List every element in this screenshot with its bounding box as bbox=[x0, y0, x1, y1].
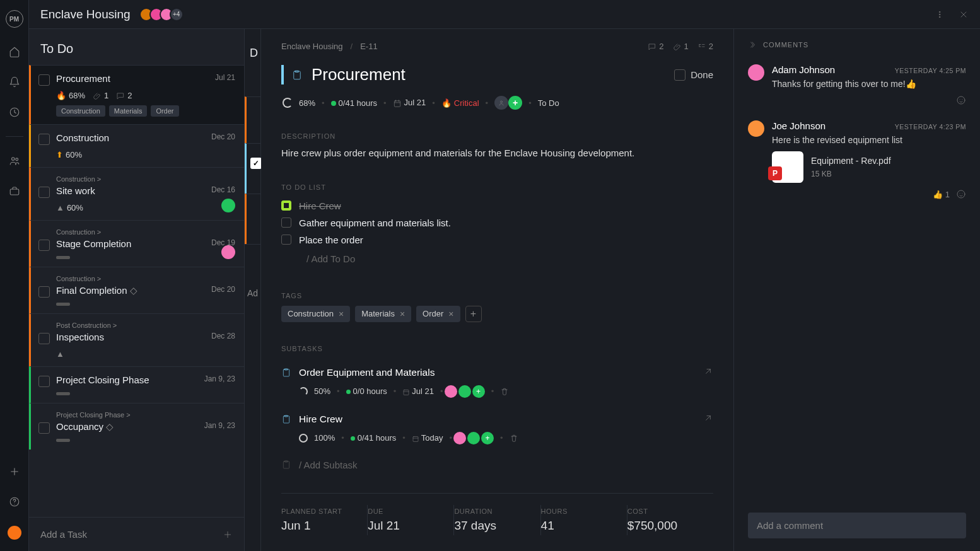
assignee-placeholder-icon[interactable] bbox=[494, 96, 508, 110]
due-date[interactable]: Jul 21 bbox=[393, 98, 426, 108]
assignee-avatar[interactable] bbox=[221, 199, 235, 212]
count-comments[interactable]: 2 bbox=[648, 42, 663, 51]
add-subtask-input[interactable]: / Add Subtask bbox=[281, 460, 713, 470]
add-reaction-icon[interactable] bbox=[956, 189, 966, 199]
help-icon[interactable] bbox=[8, 496, 21, 508]
task-tag: Materials bbox=[109, 105, 148, 117]
count-subtasks[interactable]: 2 bbox=[697, 42, 713, 51]
tag-chip[interactable]: Construction× bbox=[281, 306, 350, 322]
done-checkbox-icon[interactable] bbox=[674, 69, 685, 81]
attachment-thumb-icon: P bbox=[772, 151, 803, 183]
attachment[interactable]: PEquipment - Rev.pdf15 KB bbox=[772, 151, 966, 183]
add-assignee-button[interactable]: + bbox=[481, 432, 494, 444]
description-text[interactable]: Hire crew plus order equipment and mater… bbox=[281, 146, 713, 161]
trash-icon[interactable] bbox=[500, 387, 509, 396]
task-card[interactable]: Construction >Final Completion ◇Dec 20 bbox=[29, 267, 244, 313]
task-card[interactable]: Project Closing Phase >Occupancy ◇Jan 9,… bbox=[29, 403, 244, 450]
user-avatar[interactable] bbox=[8, 526, 21, 540]
subtask-item[interactable]: Order Equipment and Materials 50%•0/0 ho… bbox=[281, 359, 713, 405]
open-subtask-icon[interactable] bbox=[703, 413, 713, 426]
avatar-more-count[interactable]: +4 bbox=[170, 8, 184, 21]
description-label: DESCRIPTION bbox=[281, 132, 713, 140]
app-logo[interactable]: PM bbox=[6, 10, 23, 28]
hours-total: /41 hours bbox=[343, 98, 377, 108]
close-icon[interactable] bbox=[959, 9, 969, 20]
status-label[interactable]: To Do bbox=[538, 98, 559, 108]
add-todo-input[interactable]: / Add To Do bbox=[281, 248, 713, 269]
add-icon[interactable] bbox=[8, 465, 21, 478]
task-icon bbox=[291, 69, 303, 81]
breadcrumb-project[interactable]: Enclave Housing bbox=[281, 42, 343, 51]
plus-icon bbox=[223, 530, 233, 540]
add-task-button[interactable]: Add a Task bbox=[29, 517, 244, 551]
arrow-up-icon: ⬆ bbox=[56, 150, 63, 160]
task-checkbox[interactable] bbox=[38, 422, 50, 434]
avatar-stack[interactable]: +4 bbox=[139, 8, 184, 21]
breadcrumb-id[interactable]: E-11 bbox=[360, 42, 377, 51]
planned-cell: DURATION37 days bbox=[454, 505, 540, 535]
task-checkbox[interactable] bbox=[38, 376, 50, 387]
priority-critical[interactable]: 🔥Critical bbox=[441, 98, 479, 108]
comment-avatar[interactable] bbox=[748, 120, 764, 137]
task-card[interactable]: Post Construction >InspectionsDec 28▲ bbox=[29, 313, 244, 366]
done-toggle[interactable]: Done bbox=[674, 69, 713, 81]
progress-ring-icon bbox=[299, 387, 308, 396]
todo-checkbox[interactable] bbox=[281, 218, 291, 228]
assignee-avatar[interactable] bbox=[458, 385, 471, 398]
remove-tag-icon[interactable]: × bbox=[400, 309, 405, 319]
briefcase-icon[interactable] bbox=[8, 185, 21, 197]
task-checkbox[interactable] bbox=[38, 286, 50, 298]
tag-chip[interactable]: Order× bbox=[416, 306, 460, 322]
subtask-date[interactable]: Jul 21 bbox=[402, 386, 434, 396]
task-card[interactable]: Construction >Stage CompletionDec 19 bbox=[29, 220, 244, 267]
task-checkbox[interactable] bbox=[38, 74, 50, 86]
planned-cell: DUEJul 21 bbox=[368, 505, 454, 535]
task-card[interactable]: ProcurementJul 21🔥 68% 1 2ConstructionMa… bbox=[29, 65, 244, 124]
assignee-avatar[interactable] bbox=[221, 245, 235, 259]
task-card[interactable]: Construction >Site workDec 16▲ 60% bbox=[29, 167, 244, 220]
todo-item[interactable]: Gather equipment and materials list. bbox=[281, 214, 713, 231]
task-checkbox[interactable] bbox=[38, 240, 50, 251]
remove-tag-icon[interactable]: × bbox=[448, 309, 453, 319]
comment-input[interactable]: Add a comment bbox=[748, 513, 966, 538]
assignee-avatar[interactable] bbox=[467, 432, 480, 444]
assignee-avatar[interactable] bbox=[453, 432, 466, 444]
home-icon[interactable] bbox=[8, 45, 21, 58]
comment-avatar[interactable] bbox=[748, 64, 764, 81]
tag-chip[interactable]: Materials× bbox=[355, 306, 411, 322]
todo-checkbox[interactable] bbox=[281, 235, 291, 245]
svg-rect-9 bbox=[394, 101, 400, 107]
svg-point-5 bbox=[939, 11, 940, 13]
expand-icon[interactable] bbox=[748, 40, 757, 49]
more-icon[interactable] bbox=[935, 9, 945, 20]
trash-icon[interactable] bbox=[510, 434, 518, 443]
todo-checkbox[interactable] bbox=[281, 200, 291, 211]
comment-text: Here is the revised equipment list bbox=[772, 135, 966, 145]
count-attachments[interactable]: 1 bbox=[673, 42, 689, 51]
assignee-avatar[interactable] bbox=[445, 385, 457, 398]
todo-item[interactable]: Hire Crew bbox=[281, 197, 713, 214]
subtask-item[interactable]: Hire Crew 100%•0/41 hours•Today•+• bbox=[281, 405, 713, 452]
reaction[interactable]: 👍 1 bbox=[933, 190, 950, 199]
open-subtask-icon[interactable] bbox=[703, 366, 713, 379]
comment-time: YESTERDAY 4:25 PM bbox=[895, 67, 966, 74]
task-checkbox[interactable] bbox=[38, 333, 50, 344]
task-checkbox[interactable] bbox=[38, 134, 50, 145]
task-checkbox[interactable] bbox=[38, 187, 50, 198]
svg-rect-13 bbox=[283, 415, 289, 422]
bell-icon[interactable] bbox=[8, 76, 21, 88]
add-assignee-button[interactable]: + bbox=[508, 96, 522, 110]
add-assignee-button[interactable]: + bbox=[472, 385, 485, 398]
task-card[interactable]: Project Closing PhaseJan 9, 23 bbox=[29, 366, 244, 403]
clock-icon[interactable] bbox=[8, 106, 21, 119]
add-tag-button[interactable]: + bbox=[465, 306, 482, 322]
team-icon[interactable] bbox=[8, 154, 21, 167]
add-reaction-icon[interactable] bbox=[956, 95, 966, 105]
task-card[interactable]: ConstructionDec 20⬆ 60% bbox=[29, 124, 244, 167]
subtask-date[interactable]: Today bbox=[412, 433, 443, 443]
todo-item[interactable]: Place the order bbox=[281, 231, 713, 248]
task-breadcrumb: Construction > bbox=[56, 175, 235, 183]
planned-cell: PLANNED STARTJun 1 bbox=[281, 505, 368, 535]
project-title[interactable]: Enclave Housing bbox=[40, 8, 131, 21]
remove-tag-icon[interactable]: × bbox=[339, 309, 344, 319]
